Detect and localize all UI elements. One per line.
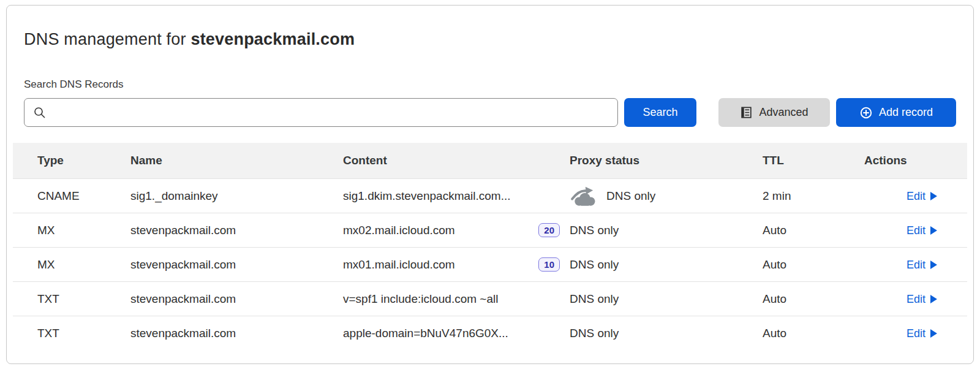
cell-name: stevenpackmail.com [130,327,343,340]
document-list-icon [740,106,753,119]
cell-actions: Edit [864,189,967,203]
search-box[interactable] [24,98,618,127]
cell-actions: Edit [864,292,967,306]
table-row: TXT stevenpackmail.com v=spf1 include:ic… [13,281,967,316]
cell-proxy-status: DNS only [570,258,763,272]
add-record-button[interactable]: Add record [836,98,956,127]
search-icon [33,106,46,119]
cell-proxy-status: DNS only [570,327,763,340]
advanced-button[interactable]: Advanced [718,98,830,127]
right-triangle-icon [930,191,938,201]
cell-name: stevenpackmail.com [130,224,343,237]
table-row: CNAME sig1._domainkey sig1.dkim.stevenpa… [13,178,967,213]
priority-badge: 10 [538,257,560,272]
cell-proxy-status: DNS only [570,292,763,306]
column-header-content: Content [343,154,570,167]
right-triangle-icon [930,294,938,304]
edit-link-label: Edit [907,259,925,272]
right-triangle-icon [930,329,938,338]
record-content: mx02.mail.icloud.com [343,224,455,237]
cell-proxy-status: DNS only [570,185,763,207]
page-title: DNS management for stevenpackmail.com [24,6,956,49]
column-header-proxy-status: Proxy status [570,154,763,167]
dns-table-body: CNAME sig1._domainkey sig1.dkim.stevenpa… [13,178,967,350]
cell-proxy-status: DNS only [570,224,763,237]
edit-link[interactable]: Edit [907,224,938,237]
cell-ttl: 2 min [763,189,864,203]
proxy-status-label: DNS only [570,258,619,272]
record-content: sig1.dkim.stevenpackmail.com... [343,189,511,203]
cell-actions: Edit [864,327,967,340]
column-header-name: Name [130,154,343,167]
dns-controls: Search Advanced Add record [24,98,956,127]
cell-ttl: Auto [763,224,864,237]
cell-type: MX [13,224,130,237]
right-triangle-icon [930,260,938,270]
dns-records-table: Type Name Content Proxy status TTL Actio… [13,143,967,350]
plus-circle-icon [859,106,873,120]
edit-link[interactable]: Edit [907,327,938,340]
cell-type: CNAME [13,189,130,203]
record-content: apple-domain=bNuV47n6G0X... [343,327,508,340]
table-row: TXT stevenpackmail.com apple-domain=bNuV… [13,316,967,350]
add-record-button-label: Add record [879,106,933,119]
edit-link[interactable]: Edit [907,259,938,272]
cell-content: mx01.mail.icloud.com 10 [343,257,570,272]
proxy-status-label: DNS only [570,327,619,340]
search-label: Search DNS Records [24,78,956,91]
edit-link-label: Edit [907,190,925,203]
cell-content: v=spf1 include:icloud.com ~all [343,292,570,306]
cell-ttl: Auto [763,327,864,340]
proxy-status-label: DNS only [570,292,619,306]
column-header-actions: Actions [864,154,967,167]
cell-name: stevenpackmail.com [130,258,343,272]
edit-link[interactable]: Edit [907,293,938,306]
cell-name: stevenpackmail.com [130,292,343,306]
cell-type: TXT [13,292,130,306]
proxy-status-label: DNS only [606,189,655,203]
dns-management-card: DNS management for stevenpackmail.com Se… [6,5,974,364]
cell-content: sig1.dkim.stevenpackmail.com... [343,189,570,203]
column-header-ttl: TTL [763,154,864,167]
edit-link-label: Edit [907,224,925,237]
record-content: mx01.mail.icloud.com [343,258,455,272]
page-title-domain: stevenpackmail.com [190,30,355,48]
proxy-status-label: DNS only [570,224,619,237]
record-content: v=spf1 include:icloud.com ~all [343,292,498,306]
table-header-row: Type Name Content Proxy status TTL Actio… [13,143,967,178]
page-title-prefix: DNS management for [24,30,190,48]
cell-content: apple-domain=bNuV47n6G0X... [343,327,570,340]
table-row: MX stevenpackmail.com mx01.mail.icloud.c… [13,247,967,281]
edit-link[interactable]: Edit [907,190,938,203]
cell-content: mx02.mail.icloud.com 20 [343,223,570,237]
gray-cloud-arrow-icon [570,185,598,207]
edit-link-label: Edit [907,327,925,340]
search-button[interactable]: Search [624,98,696,127]
cell-ttl: Auto [763,292,864,306]
right-triangle-icon [930,226,938,235]
cell-actions: Edit [864,258,967,272]
cell-name: sig1._domainkey [130,189,343,203]
cell-ttl: Auto [763,258,864,272]
edit-link-label: Edit [907,293,925,306]
advanced-button-label: Advanced [759,106,808,119]
cell-type: MX [13,258,130,272]
search-input[interactable] [52,99,609,126]
table-row: MX stevenpackmail.com mx02.mail.icloud.c… [13,213,967,247]
priority-badge: 20 [538,223,560,237]
cell-type: TXT [13,327,130,340]
column-header-type: Type [13,154,130,167]
cell-actions: Edit [864,224,967,237]
